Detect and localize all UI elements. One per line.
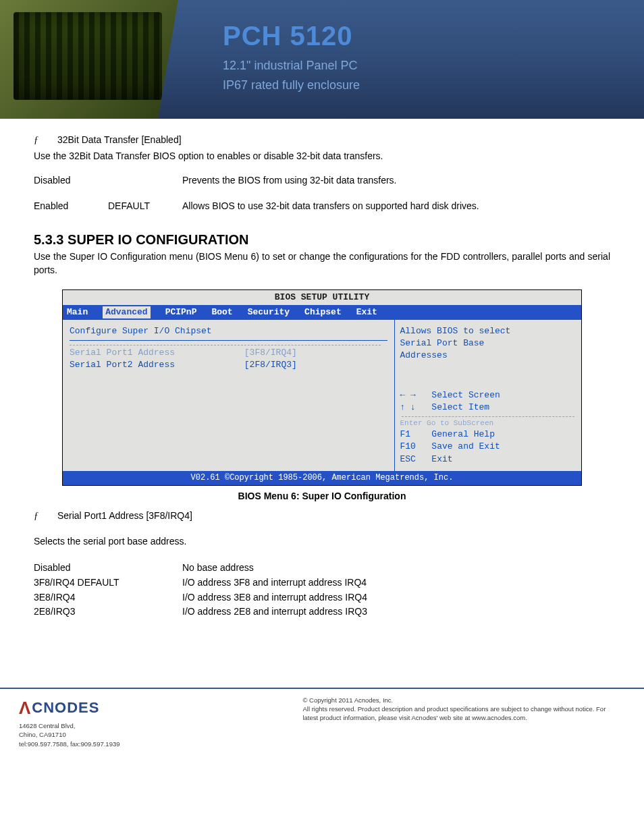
cell: [2F8/IRQ3]	[244, 359, 387, 371]
logo-text: CNODES	[32, 698, 99, 719]
bios-nav-row: F1 General Help	[400, 428, 576, 441]
footer-address-line: Chino, CA91710	[19, 730, 302, 739]
bios-row-serialport2: Serial Port2 Address [2F8/IRQ3]	[70, 359, 387, 371]
bios-nav-cut: Enter Go to SubScreen	[400, 418, 576, 428]
option-32bit-desc: Use the 32Bit Data Transfer BIOS option …	[34, 150, 610, 163]
bios-menu-advanced: Advanced	[103, 306, 150, 318]
bios-title-bar: BIOS SETUP UTILITY	[63, 290, 581, 305]
bios-menu-boot: Boot	[211, 306, 232, 318]
product-subtitle-2: IP67 rated fully enclosure	[223, 77, 630, 94]
cell: 3E8/IRQ4	[34, 591, 182, 605]
cell	[108, 174, 182, 188]
table-row: Disabled No base address	[34, 561, 610, 575]
bios-screenshot: BIOS SETUP UTILITY Main Advanced PCIPnP …	[62, 289, 582, 486]
dashed-cut-top	[70, 345, 381, 345]
logo-lambda-icon: Λ	[19, 696, 31, 720]
cell: Allows BIOS to use 32-bit data transfers…	[182, 200, 610, 213]
footer-left: Λ CNODES 14628 Central Blvd, Chino, CA91…	[19, 696, 302, 748]
option-serialport1-label: Serial Port1 Address [3F8/IRQ4]	[57, 510, 192, 521]
bios-nav-label: Save and Exit	[431, 441, 500, 451]
cell: No base address	[182, 561, 610, 575]
cell: Serial Port1 Address	[70, 347, 244, 359]
bios-menu-chipset: Chipset	[304, 306, 342, 318]
bios-body: Configure Super I/O Chipset Serial Port1…	[63, 320, 581, 471]
option-row-enabled: Enabled DEFAULT Allows BIOS to use 32-bi…	[34, 200, 610, 213]
bios-copyright-bar: V02.61 ©Copyright 1985-2006, American Me…	[63, 471, 581, 485]
dashed-cut-right	[402, 416, 574, 417]
banner-text-block: PCH 5120 12.1" industrial Panel PC IP67 …	[203, 0, 644, 119]
bios-nav-row: ESC Exit	[400, 453, 576, 466]
bios-help-line: Serial Port Base	[400, 337, 576, 350]
bios-left-heading: Configure Super I/O Chipset	[70, 325, 387, 337]
page-footer: Λ CNODES 14628 Central Blvd, Chino, CA91…	[0, 688, 644, 762]
cell: [3F8/IRQ4]	[244, 347, 387, 359]
footer-copyright: © Copyright 2011 Acnodes, Inc.	[302, 696, 610, 704]
bios-key: ESC	[400, 454, 416, 464]
cell: I/O address 3F8 and interrupt address IR…	[182, 576, 610, 590]
bios-key: F10	[400, 441, 416, 451]
bios-nav-label: Exit	[431, 454, 452, 464]
section-heading-superio: 5.3.3 SUPER IO CONFIGURATION	[34, 230, 610, 249]
page-content: ƒ 32Bit Data Transfer [Enabled] Use the …	[0, 121, 644, 634]
product-title: PCH 5120	[223, 17, 630, 55]
cell: Serial Port2 Address	[70, 359, 244, 371]
bios-nav-row: F10 Save and Exit	[400, 441, 576, 453]
arrow-lr-icon: ← →	[400, 390, 416, 400]
bios-right-pane: Allows BIOS to select Serial Port Base A…	[395, 320, 581, 471]
bios-left-pane: Configure Super I/O Chipset Serial Port1…	[63, 320, 395, 471]
arrow-ud-icon: ↑ ↓	[400, 402, 416, 412]
header-banner: PCH 5120 12.1" industrial Panel PC IP67 …	[0, 0, 644, 121]
option-row-disabled: Disabled Prevents the BIOS from using 32…	[34, 174, 610, 188]
option-32bit-label: 32Bit Data Transfer [Enabled]	[57, 134, 182, 145]
footer-disclaimer: All rights reserved. Product description…	[302, 704, 610, 723]
bios-caption: BIOS Menu 6: Super IO Configuration	[34, 490, 610, 503]
bios-nav-row: ↑ ↓ Select Item	[400, 401, 576, 414]
bios-menu-main: Main	[67, 306, 88, 318]
acnodes-logo: Λ CNODES	[19, 696, 302, 720]
option-32bit-heading: ƒ 32Bit Data Transfer [Enabled]	[34, 134, 610, 147]
cell: I/O address 3E8 and interrupt address IR…	[182, 591, 610, 605]
footer-address-line: 14628 Central Blvd,	[19, 721, 302, 730]
option-serialport1-heading: ƒ Serial Port1 Address [3F8/IRQ4]	[34, 509, 610, 523]
bios-nav-row: ← → Select Screen	[400, 389, 576, 401]
bios-divider	[70, 340, 387, 341]
cell: Disabled	[34, 174, 108, 188]
cell: I/O address 2E8 and interrupt address IR…	[182, 605, 610, 619]
footer-address-line: tel:909.597.7588, fax:909.597.1939	[19, 740, 302, 748]
table-row: 3E8/IRQ4 I/O address 3E8 and interrupt a…	[34, 591, 610, 605]
superio-paragraph: Use the Super IO Configuration menu (BIO…	[34, 250, 610, 277]
bios-top-menu: Main Advanced PCIPnP Boot Security Chips…	[63, 305, 581, 320]
bios-nav-label: General Help	[431, 429, 495, 439]
bullet-glyph: ƒ	[34, 135, 38, 145]
cell: Enabled	[34, 200, 108, 213]
footer-right: © Copyright 2011 Acnodes, Inc. All right…	[302, 696, 610, 748]
table-row: 3F8/IRQ4 DEFAULT I/O address 3F8 and int…	[34, 576, 610, 590]
cell: 3F8/IRQ4 DEFAULT	[34, 576, 182, 590]
serialport1-desc: Selects the serial port base address.	[34, 535, 610, 549]
bios-key: F1	[400, 429, 411, 439]
table-row: 2E8/IRQ3 I/O address 2E8 and interrupt a…	[34, 605, 610, 619]
bios-nav-label: Select Item	[431, 402, 489, 412]
bios-menu-security: Security	[248, 306, 290, 318]
bullet-glyph: ƒ	[34, 511, 38, 521]
cell: Disabled	[34, 561, 182, 575]
bios-nav-label: Select Screen	[431, 390, 500, 400]
bios-help-line: Allows BIOS to select	[400, 325, 576, 337]
cell: 2E8/IRQ3	[34, 605, 182, 619]
cell: Prevents the BIOS from using 32-bit data…	[182, 174, 610, 188]
product-photo	[0, 0, 203, 119]
serialport1-address-table: Disabled No base address 3F8/IRQ4 DEFAUL…	[34, 561, 610, 618]
cell: DEFAULT	[108, 200, 182, 213]
bios-menu-pcipnp: PCIPnP	[165, 306, 197, 318]
bios-help-line: Addresses	[400, 350, 576, 362]
bios-row-obscured: Serial Port1 Address [3F8/IRQ4]	[70, 347, 387, 359]
product-subtitle-1: 12.1" industrial Panel PC	[223, 57, 630, 74]
bios-menu-exit: Exit	[356, 306, 377, 318]
